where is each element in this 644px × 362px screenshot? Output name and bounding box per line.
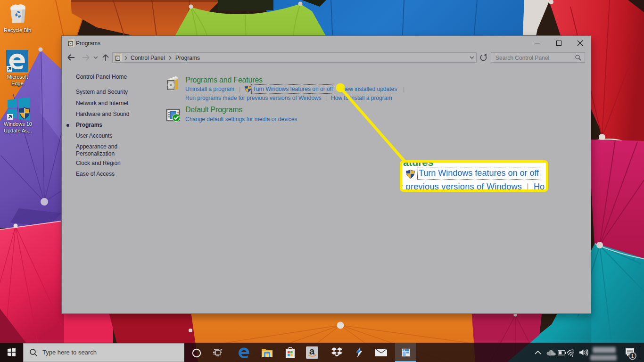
svg-text:1: 1 bbox=[631, 354, 634, 359]
svg-text:a: a bbox=[309, 346, 315, 356]
